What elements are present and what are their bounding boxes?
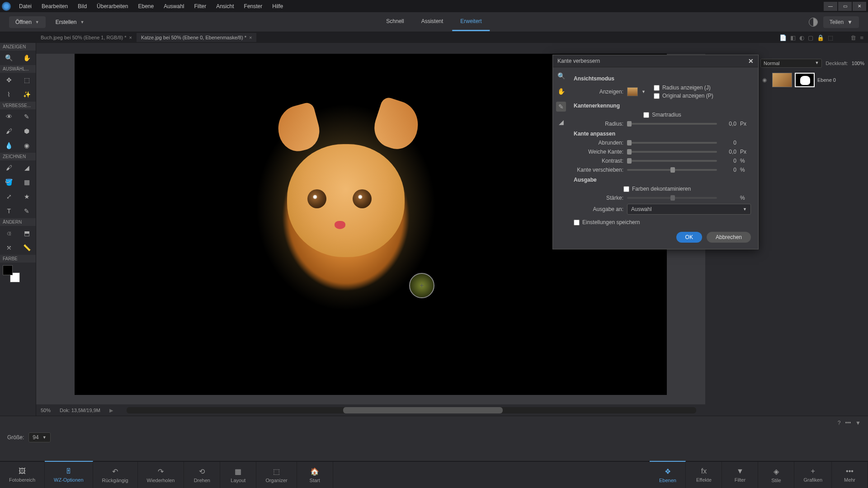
layer-item-0[interactable]: ◉ Ebene 0 <box>760 71 864 89</box>
type-tool[interactable]: T <box>0 204 18 218</box>
styles-panel-button[interactable]: ◈Stile <box>758 462 794 488</box>
close-icon[interactable]: × <box>129 35 132 40</box>
document-tab-1[interactable]: Katze.jpg bei 50% (Ebene 0, Ebenenmaske/… <box>137 33 256 42</box>
radius-slider[interactable] <box>627 123 717 125</box>
magic-wand-tool[interactable]: ✨ <box>18 87 36 102</box>
blur-tool[interactable]: 💧 <box>0 138 18 153</box>
photo-bin-button[interactable]: 🖼Fotobereich <box>0 462 45 488</box>
home-button[interactable]: 🏠Start <box>297 462 333 488</box>
amount-slider[interactable] <box>627 197 717 199</box>
chevron-down-icon[interactable]: ▼ <box>642 89 646 94</box>
horizontal-scrollbar[interactable] <box>127 407 696 413</box>
menu-filter[interactable]: Filter <box>190 1 211 11</box>
menu-layer[interactable]: Ebene <box>133 1 158 11</box>
help-icon[interactable]: ? <box>838 420 841 426</box>
menu-file[interactable]: Datei <box>14 1 36 11</box>
dialog-titlebar[interactable]: Kante verbessern ✕ <box>553 55 758 67</box>
feather-value[interactable]: 0,0 <box>721 149 736 155</box>
eraser-tool[interactable]: ◢ <box>18 160 36 175</box>
close-icon[interactable]: ✕ <box>748 57 754 65</box>
adjustment-layer-icon[interactable]: ◐ <box>799 34 804 41</box>
scrollbar-thumb[interactable] <box>343 407 503 413</box>
smooth-slider[interactable] <box>627 142 717 144</box>
dialog-hand-tool[interactable]: ✋ <box>556 86 566 96</box>
zoom-tool[interactable]: 🔍 <box>0 51 18 65</box>
close-window-button[interactable]: ✕ <box>853 2 866 11</box>
contrast-slider[interactable] <box>627 160 717 162</box>
panel-menu-icon[interactable]: ≡ <box>860 34 863 41</box>
sponge-tool[interactable]: ◉ <box>18 138 36 153</box>
redo-button[interactable]: ↷Wiederholen <box>138 462 184 488</box>
show-radius-checkbox[interactable]: Radius anzeigen (J) <box>654 84 751 91</box>
decontaminate-checkbox[interactable]: Farben dekontaminieren <box>623 186 691 192</box>
zoom-level[interactable]: 50% <box>41 408 51 413</box>
layer-name[interactable]: Ebene 0 <box>817 77 836 83</box>
clone-stamp-tool[interactable]: ⬢ <box>18 124 36 138</box>
color-picker-tool[interactable]: ⤢ <box>0 189 18 204</box>
brush-tool[interactable]: 🖌 <box>0 160 18 175</box>
menu-help[interactable]: Hilfe <box>268 1 288 11</box>
crop-tool[interactable]: ⟃ <box>0 226 18 240</box>
blend-mode-dropdown[interactable]: Normal ▼ <box>760 59 822 68</box>
create-button[interactable]: Erstellen ▼ <box>49 16 91 28</box>
output-to-dropdown[interactable]: Auswahl ▼ <box>627 204 751 215</box>
dialog-zoom-tool[interactable]: 🔍 <box>556 71 566 81</box>
share-button[interactable]: Teilen ▼ <box>823 16 859 28</box>
red-eye-tool[interactable]: 👁 <box>0 109 18 124</box>
mode-expert-tab[interactable]: Erweitert <box>452 13 490 31</box>
smooth-value[interactable]: 0 <box>721 140 736 146</box>
undo-button[interactable]: ↶Rückgängig <box>93 462 138 488</box>
ok-button[interactable]: OK <box>676 232 702 243</box>
smart-brush-tool[interactable]: 🖌 <box>0 124 18 138</box>
close-icon[interactable]: × <box>249 35 252 40</box>
link-icon[interactable]: ⬚ <box>828 34 833 41</box>
collapse-icon[interactable]: ▼ <box>855 420 861 426</box>
graphics-panel-button[interactable]: +Grafiken <box>794 462 832 488</box>
straighten-tool[interactable]: 📏 <box>18 240 36 255</box>
smart-radius-checkbox[interactable]: Smartradius <box>643 112 681 118</box>
open-button[interactable]: Öffnen ▼ <box>9 16 46 28</box>
menu-enhance[interactable]: Überarbeiten <box>92 1 132 11</box>
foreground-color-swatch[interactable] <box>3 265 13 275</box>
maximize-button[interactable]: ▭ <box>838 2 852 11</box>
layer-group-icon[interactable]: ◧ <box>790 34 796 41</box>
effects-panel-button[interactable]: fxEffekte <box>686 462 722 488</box>
more-panel-button[interactable]: •••Mehr <box>832 462 868 488</box>
opacity-value[interactable]: 100% <box>852 61 864 66</box>
brush-size-input[interactable]: 94 ▼ <box>28 432 50 442</box>
tool-options-button[interactable]: 🎚WZ-Optionen <box>45 461 93 488</box>
marquee-tool[interactable]: ⬚ <box>18 73 36 87</box>
layer-mask-thumbnail[interactable] <box>795 73 815 87</box>
menu-select[interactable]: Auswahl <box>159 1 189 11</box>
visibility-toggle-icon[interactable]: ◉ <box>762 77 769 83</box>
layer-thumbnail[interactable] <box>772 73 792 87</box>
options-menu-icon[interactable]: ••• <box>845 420 851 426</box>
trash-icon[interactable]: 🗑 <box>850 34 856 41</box>
document-tab-0[interactable]: Buch.jpeg bei 50% (Ebene 1, RGB/8) * × <box>36 33 137 42</box>
feather-slider[interactable] <box>627 151 717 153</box>
theme-toggle-icon[interactable] <box>809 18 818 27</box>
new-layer-icon[interactable]: 📄 <box>779 34 787 41</box>
menu-edit[interactable]: Bearbeiten <box>37 1 72 11</box>
contrast-value[interactable]: 0 <box>721 158 736 164</box>
pencil-tool[interactable]: ✎ <box>18 204 36 218</box>
view-mode-thumbnail[interactable] <box>627 87 638 96</box>
show-original-checkbox[interactable]: Original anzeigen (P) <box>654 93 751 99</box>
radius-value[interactable]: 0,0 <box>721 121 736 127</box>
content-aware-tool[interactable]: ⤧ <box>0 240 18 255</box>
refine-radius-brush-tool[interactable]: ✎ <box>556 102 566 112</box>
recompose-tool[interactable]: ⬒ <box>18 226 36 240</box>
menu-image[interactable]: Bild <box>73 1 91 11</box>
rotate-button[interactable]: ⟲Drehen <box>184 462 220 488</box>
gradient-tool[interactable]: ▦ <box>18 175 36 189</box>
move-tool[interactable]: ✥ <box>0 73 18 87</box>
minimize-button[interactable]: — <box>824 2 837 11</box>
lock-icon[interactable]: 🔒 <box>817 34 824 41</box>
organizer-button[interactable]: ⬚Organizer <box>256 462 297 488</box>
color-swatches[interactable] <box>3 265 20 282</box>
spot-heal-tool[interactable]: ✎ <box>18 109 36 124</box>
shift-edge-slider[interactable] <box>627 169 717 171</box>
hand-tool[interactable]: ✋ <box>18 51 36 65</box>
layers-panel-button[interactable]: ❖Ebenen <box>650 461 686 488</box>
mode-quick-tab[interactable]: Schnell <box>378 13 412 31</box>
